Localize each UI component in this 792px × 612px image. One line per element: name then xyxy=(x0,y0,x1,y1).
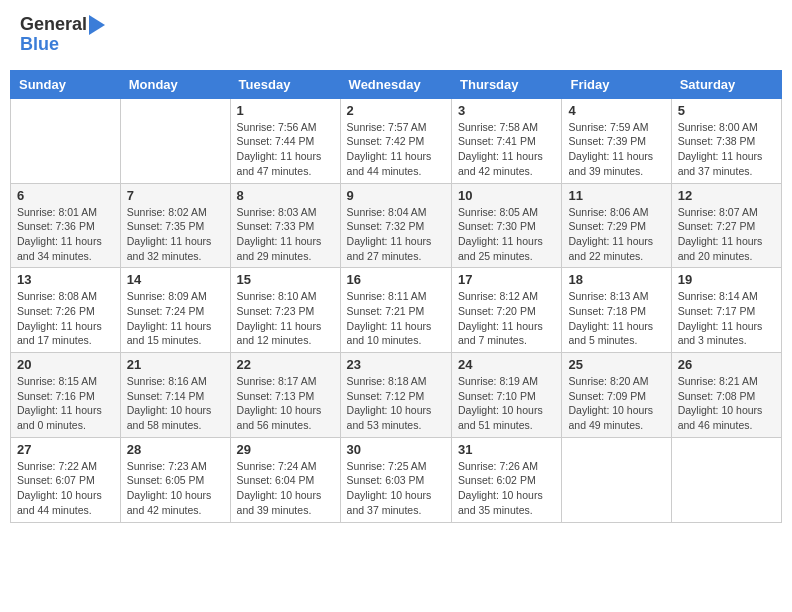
day-info: Sunrise: 8:19 AM Sunset: 7:10 PM Dayligh… xyxy=(458,374,555,433)
day-info: Sunrise: 8:20 AM Sunset: 7:09 PM Dayligh… xyxy=(568,374,664,433)
day-info: Sunrise: 7:25 AM Sunset: 6:03 PM Dayligh… xyxy=(347,459,445,518)
calendar-cell: 21Sunrise: 8:16 AM Sunset: 7:14 PM Dayli… xyxy=(120,353,230,438)
day-info: Sunrise: 8:17 AM Sunset: 7:13 PM Dayligh… xyxy=(237,374,334,433)
calendar-cell: 13Sunrise: 8:08 AM Sunset: 7:26 PM Dayli… xyxy=(11,268,121,353)
day-number: 23 xyxy=(347,357,445,372)
day-number: 30 xyxy=(347,442,445,457)
logo-text-general: General xyxy=(20,15,87,35)
day-number: 20 xyxy=(17,357,114,372)
calendar-cell: 12Sunrise: 8:07 AM Sunset: 7:27 PM Dayli… xyxy=(671,183,781,268)
calendar-cell: 24Sunrise: 8:19 AM Sunset: 7:10 PM Dayli… xyxy=(452,353,562,438)
day-number: 14 xyxy=(127,272,224,287)
day-number: 29 xyxy=(237,442,334,457)
day-number: 2 xyxy=(347,103,445,118)
calendar-cell: 22Sunrise: 8:17 AM Sunset: 7:13 PM Dayli… xyxy=(230,353,340,438)
calendar-cell xyxy=(120,98,230,183)
calendar-table: SundayMondayTuesdayWednesdayThursdayFrid… xyxy=(10,70,782,523)
day-number: 15 xyxy=(237,272,334,287)
day-number: 4 xyxy=(568,103,664,118)
calendar-cell: 19Sunrise: 8:14 AM Sunset: 7:17 PM Dayli… xyxy=(671,268,781,353)
logo-text-blue: Blue xyxy=(20,35,59,55)
day-number: 6 xyxy=(17,188,114,203)
page-header: General Blue xyxy=(10,10,782,60)
day-info: Sunrise: 8:04 AM Sunset: 7:32 PM Dayligh… xyxy=(347,205,445,264)
calendar-cell: 18Sunrise: 8:13 AM Sunset: 7:18 PM Dayli… xyxy=(562,268,671,353)
calendar-week-row: 20Sunrise: 8:15 AM Sunset: 7:16 PM Dayli… xyxy=(11,353,782,438)
calendar-cell: 27Sunrise: 7:22 AM Sunset: 6:07 PM Dayli… xyxy=(11,437,121,522)
day-info: Sunrise: 7:58 AM Sunset: 7:41 PM Dayligh… xyxy=(458,120,555,179)
day-number: 21 xyxy=(127,357,224,372)
calendar-cell: 29Sunrise: 7:24 AM Sunset: 6:04 PM Dayli… xyxy=(230,437,340,522)
day-number: 18 xyxy=(568,272,664,287)
day-number: 22 xyxy=(237,357,334,372)
day-number: 8 xyxy=(237,188,334,203)
day-number: 7 xyxy=(127,188,224,203)
calendar-cell: 15Sunrise: 8:10 AM Sunset: 7:23 PM Dayli… xyxy=(230,268,340,353)
day-of-week-header: Saturday xyxy=(671,70,781,98)
day-of-week-header: Tuesday xyxy=(230,70,340,98)
day-info: Sunrise: 8:05 AM Sunset: 7:30 PM Dayligh… xyxy=(458,205,555,264)
calendar-cell: 26Sunrise: 8:21 AM Sunset: 7:08 PM Dayli… xyxy=(671,353,781,438)
day-number: 31 xyxy=(458,442,555,457)
calendar-cell: 23Sunrise: 8:18 AM Sunset: 7:12 PM Dayli… xyxy=(340,353,451,438)
day-info: Sunrise: 8:09 AM Sunset: 7:24 PM Dayligh… xyxy=(127,289,224,348)
day-info: Sunrise: 8:15 AM Sunset: 7:16 PM Dayligh… xyxy=(17,374,114,433)
day-info: Sunrise: 8:16 AM Sunset: 7:14 PM Dayligh… xyxy=(127,374,224,433)
day-info: Sunrise: 8:06 AM Sunset: 7:29 PM Dayligh… xyxy=(568,205,664,264)
day-number: 9 xyxy=(347,188,445,203)
day-info: Sunrise: 7:56 AM Sunset: 7:44 PM Dayligh… xyxy=(237,120,334,179)
day-of-week-header: Monday xyxy=(120,70,230,98)
day-info: Sunrise: 8:13 AM Sunset: 7:18 PM Dayligh… xyxy=(568,289,664,348)
calendar-cell: 11Sunrise: 8:06 AM Sunset: 7:29 PM Dayli… xyxy=(562,183,671,268)
day-info: Sunrise: 7:24 AM Sunset: 6:04 PM Dayligh… xyxy=(237,459,334,518)
day-number: 24 xyxy=(458,357,555,372)
calendar-cell: 7Sunrise: 8:02 AM Sunset: 7:35 PM Daylig… xyxy=(120,183,230,268)
calendar-cell: 16Sunrise: 8:11 AM Sunset: 7:21 PM Dayli… xyxy=(340,268,451,353)
calendar-cell: 2Sunrise: 7:57 AM Sunset: 7:42 PM Daylig… xyxy=(340,98,451,183)
day-number: 25 xyxy=(568,357,664,372)
day-number: 19 xyxy=(678,272,775,287)
day-number: 27 xyxy=(17,442,114,457)
day-info: Sunrise: 7:23 AM Sunset: 6:05 PM Dayligh… xyxy=(127,459,224,518)
calendar-cell: 28Sunrise: 7:23 AM Sunset: 6:05 PM Dayli… xyxy=(120,437,230,522)
day-number: 13 xyxy=(17,272,114,287)
day-info: Sunrise: 8:21 AM Sunset: 7:08 PM Dayligh… xyxy=(678,374,775,433)
calendar-cell xyxy=(562,437,671,522)
day-info: Sunrise: 8:11 AM Sunset: 7:21 PM Dayligh… xyxy=(347,289,445,348)
day-info: Sunrise: 8:01 AM Sunset: 7:36 PM Dayligh… xyxy=(17,205,114,264)
day-info: Sunrise: 7:22 AM Sunset: 6:07 PM Dayligh… xyxy=(17,459,114,518)
calendar-cell: 30Sunrise: 7:25 AM Sunset: 6:03 PM Dayli… xyxy=(340,437,451,522)
calendar-cell: 31Sunrise: 7:26 AM Sunset: 6:02 PM Dayli… xyxy=(452,437,562,522)
day-info: Sunrise: 8:08 AM Sunset: 7:26 PM Dayligh… xyxy=(17,289,114,348)
day-info: Sunrise: 8:02 AM Sunset: 7:35 PM Dayligh… xyxy=(127,205,224,264)
calendar-header-row: SundayMondayTuesdayWednesdayThursdayFrid… xyxy=(11,70,782,98)
calendar-cell: 1Sunrise: 7:56 AM Sunset: 7:44 PM Daylig… xyxy=(230,98,340,183)
day-info: Sunrise: 8:03 AM Sunset: 7:33 PM Dayligh… xyxy=(237,205,334,264)
calendar-cell: 3Sunrise: 7:58 AM Sunset: 7:41 PM Daylig… xyxy=(452,98,562,183)
calendar-cell: 10Sunrise: 8:05 AM Sunset: 7:30 PM Dayli… xyxy=(452,183,562,268)
day-number: 5 xyxy=(678,103,775,118)
logo: General Blue xyxy=(20,15,105,55)
day-info: Sunrise: 8:18 AM Sunset: 7:12 PM Dayligh… xyxy=(347,374,445,433)
calendar-cell: 14Sunrise: 8:09 AM Sunset: 7:24 PM Dayli… xyxy=(120,268,230,353)
day-of-week-header: Sunday xyxy=(11,70,121,98)
day-info: Sunrise: 8:14 AM Sunset: 7:17 PM Dayligh… xyxy=(678,289,775,348)
day-of-week-header: Thursday xyxy=(452,70,562,98)
day-number: 1 xyxy=(237,103,334,118)
day-number: 28 xyxy=(127,442,224,457)
calendar-cell xyxy=(671,437,781,522)
day-info: Sunrise: 8:12 AM Sunset: 7:20 PM Dayligh… xyxy=(458,289,555,348)
calendar-week-row: 13Sunrise: 8:08 AM Sunset: 7:26 PM Dayli… xyxy=(11,268,782,353)
calendar-week-row: 27Sunrise: 7:22 AM Sunset: 6:07 PM Dayli… xyxy=(11,437,782,522)
day-of-week-header: Friday xyxy=(562,70,671,98)
calendar-week-row: 6Sunrise: 8:01 AM Sunset: 7:36 PM Daylig… xyxy=(11,183,782,268)
calendar-cell: 4Sunrise: 7:59 AM Sunset: 7:39 PM Daylig… xyxy=(562,98,671,183)
day-info: Sunrise: 8:07 AM Sunset: 7:27 PM Dayligh… xyxy=(678,205,775,264)
calendar-cell: 6Sunrise: 8:01 AM Sunset: 7:36 PM Daylig… xyxy=(11,183,121,268)
logo-arrow-icon xyxy=(89,15,105,35)
day-info: Sunrise: 8:00 AM Sunset: 7:38 PM Dayligh… xyxy=(678,120,775,179)
calendar-cell: 25Sunrise: 8:20 AM Sunset: 7:09 PM Dayli… xyxy=(562,353,671,438)
day-number: 17 xyxy=(458,272,555,287)
calendar-cell: 9Sunrise: 8:04 AM Sunset: 7:32 PM Daylig… xyxy=(340,183,451,268)
calendar-cell: 5Sunrise: 8:00 AM Sunset: 7:38 PM Daylig… xyxy=(671,98,781,183)
